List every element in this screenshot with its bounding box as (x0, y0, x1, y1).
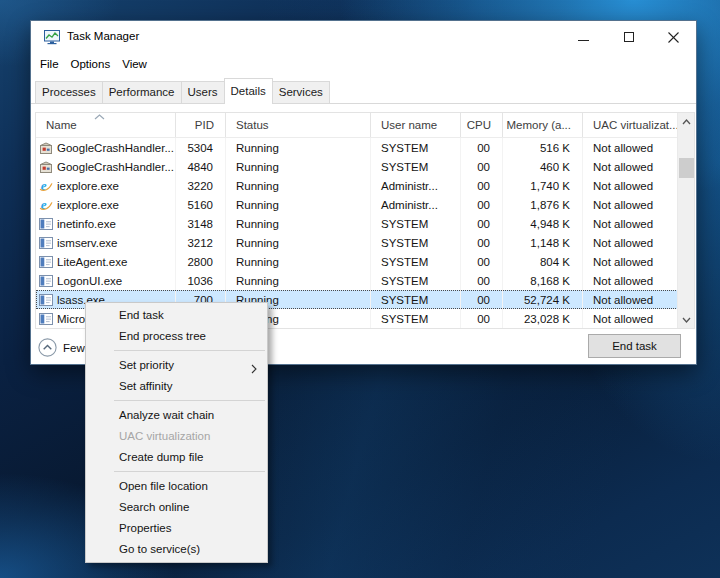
google-crash-handler-icon (39, 160, 53, 174)
cell-user: SYSTEM (371, 157, 461, 176)
scroll-up-button[interactable] (678, 113, 694, 130)
generic-app-icon (39, 293, 53, 307)
process-name-label: GoogleCrashHandler... (57, 142, 174, 154)
context-menu-item-create-dump-file[interactable]: Create dump file (86, 447, 267, 468)
column-header-name[interactable]: Name (36, 113, 176, 137)
cell-pid: 2800 (176, 252, 226, 271)
cell-uac: Not allowed (583, 214, 680, 233)
cell-cpu: 00 (461, 176, 503, 195)
column-header-pid[interactable]: PID (176, 113, 226, 137)
column-header-uac[interactable]: UAC virtualizat... (583, 113, 680, 137)
cell-status: Running (226, 271, 371, 290)
maximize-button[interactable] (606, 21, 651, 53)
process-name-label: LogonUI.exe (57, 275, 122, 287)
menubar-item-file[interactable]: File (34, 58, 65, 70)
cell-uac: Not allowed (583, 252, 680, 271)
maximize-icon (624, 32, 634, 42)
cell-pid: 5160 (176, 195, 226, 214)
cell-name: GoogleCrashHandler... (36, 138, 176, 157)
context-menu-item-analyze-wait-chain[interactable]: Analyze wait chain (86, 405, 267, 426)
chevron-up-icon (682, 119, 691, 125)
generic-app-icon (39, 255, 53, 269)
scrollbar-thumb[interactable] (679, 158, 694, 178)
process-row-inetinfo-exe[interactable]: inetinfo.exe3148RunningSYSTEM004,948 KNo… (36, 214, 694, 233)
menu-separator (86, 397, 267, 405)
column-header-memory[interactable]: Memory (a... (503, 113, 583, 137)
column-header-cpu[interactable]: CPU (461, 113, 503, 137)
process-row-iexplore-exe[interactable]: eiexplore.exe5160RunningAdministr...001,… (36, 195, 694, 214)
tab-services[interactable]: Services (272, 81, 330, 103)
cell-memory: 516 K (503, 138, 583, 157)
cell-cpu: 00 (461, 195, 503, 214)
cell-memory: 4,948 K (503, 214, 583, 233)
cell-cpu: 00 (461, 271, 503, 290)
context-menu-item-set-affinity[interactable]: Set affinity (86, 376, 267, 397)
process-row-ismserv-exe[interactable]: ismserv.exe3212RunningSYSTEM001,148 KNot… (36, 233, 694, 252)
vertical-scrollbar[interactable] (677, 113, 694, 328)
cell-memory: 1,148 K (503, 233, 583, 252)
menubar-item-options[interactable]: Options (65, 58, 117, 70)
context-menu-item-go-to-service-s[interactable]: Go to service(s) (86, 539, 267, 560)
tab-users[interactable]: Users (181, 81, 225, 103)
tab-bar: ProcessesPerformanceUsersDetailsServices (31, 75, 696, 104)
cell-name: inetinfo.exe (36, 214, 176, 233)
generic-app-icon (39, 217, 53, 231)
cell-status: Running (226, 252, 371, 271)
end-task-button[interactable]: End task (588, 334, 681, 358)
cell-pid: 3220 (176, 176, 226, 195)
cell-pid: 3212 (176, 233, 226, 252)
cell-pid: 5304 (176, 138, 226, 157)
list-header: NamePIDStatusUser nameCPUMemory (a...UAC… (36, 113, 694, 138)
tab-processes[interactable]: Processes (35, 81, 103, 103)
internet-explorer-icon: e (39, 198, 53, 212)
process-row-iexplore-exe[interactable]: eiexplore.exe3220RunningAdministr...001,… (36, 176, 694, 195)
cell-cpu: 00 (461, 233, 503, 252)
context-menu-item-properties[interactable]: Properties (86, 518, 267, 539)
cell-uac: Not allowed (583, 138, 680, 157)
context-menu-item-end-task[interactable]: End task (86, 305, 267, 326)
google-crash-handler-icon (39, 141, 53, 155)
tab-performance[interactable]: Performance (102, 81, 182, 103)
title-bar[interactable]: Task Manager (31, 21, 696, 53)
tab-details[interactable]: Details (224, 78, 273, 104)
cell-user: Administr... (371, 176, 461, 195)
menubar-item-view[interactable]: View (116, 58, 153, 70)
column-header-status[interactable]: Status (226, 113, 371, 137)
generic-app-icon (39, 312, 53, 326)
cell-uac: Not allowed (583, 290, 680, 309)
column-header-user[interactable]: User name (371, 113, 461, 137)
process-row-googlecrashhandler[interactable]: GoogleCrashHandler...5304RunningSYSTEM00… (36, 138, 694, 157)
cell-uac: Not allowed (583, 233, 680, 252)
close-button[interactable] (651, 21, 696, 53)
cell-memory: 8,168 K (503, 271, 583, 290)
context-menu-item-end-process-tree[interactable]: End process tree (86, 326, 267, 347)
process-name-label: ismserv.exe (57, 237, 118, 249)
process-name-label: iexplore.exe (57, 180, 119, 192)
cell-uac: Not allowed (583, 176, 680, 195)
cell-status: Running (226, 214, 371, 233)
process-row-liteagent-exe[interactable]: LiteAgent.exe2800RunningSYSTEM00804 KNot… (36, 252, 694, 271)
close-icon (668, 32, 679, 43)
cell-name: LiteAgent.exe (36, 252, 176, 271)
cell-name: ismserv.exe (36, 233, 176, 252)
cell-memory: 52,724 K (503, 290, 583, 309)
generic-app-icon (39, 236, 53, 250)
context-menu-item-search-online[interactable]: Search online (86, 497, 267, 518)
process-row-googlecrashhandler[interactable]: GoogleCrashHandler...4840RunningSYSTEM00… (36, 157, 694, 176)
cell-status: Running (226, 138, 371, 157)
sort-ascending-icon (94, 114, 105, 120)
menu-bar: FileOptionsView (34, 53, 153, 75)
cell-user: SYSTEM (371, 309, 461, 328)
cell-pid: 3148 (176, 214, 226, 233)
cell-pid: 4840 (176, 157, 226, 176)
cell-uac: Not allowed (583, 271, 680, 290)
minimize-button[interactable] (561, 21, 606, 53)
context-menu-item-open-file-location[interactable]: Open file location (86, 476, 267, 497)
cell-status: Running (226, 176, 371, 195)
chevron-down-icon (682, 317, 691, 323)
scroll-down-button[interactable] (678, 311, 694, 328)
context-menu-item-set-priority[interactable]: Set priority (86, 355, 267, 376)
window-title: Task Manager (67, 30, 139, 42)
process-row-logonui-exe[interactable]: LogonUI.exe1036RunningSYSTEM008,168 KNot… (36, 271, 694, 290)
cell-uac: Not allowed (583, 157, 680, 176)
